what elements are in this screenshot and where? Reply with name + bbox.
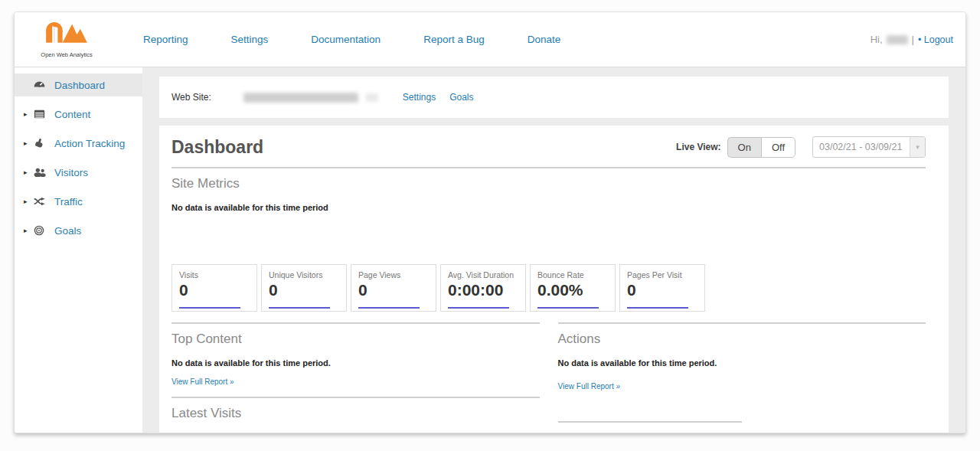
actions-empty-message: No data is available for this time perio… <box>558 358 926 368</box>
dashboard-card: Dashboard Live View: On Off 03/02/21 - 0… <box>159 126 949 433</box>
sidebar-item-traffic[interactable]: ▸ Traffic <box>15 190 142 213</box>
sidebar-item-label: Goals <box>54 225 81 237</box>
dashboard-controls: Live View: On Off 03/02/21 - 03/09/21 ▼ <box>676 136 926 158</box>
live-view-off-button[interactable]: Off <box>761 137 795 158</box>
metric-pages-per-visit: Pages Per Visit 0 <box>619 264 705 312</box>
top-bar: Open Web Analytics Reporting Settings Do… <box>15 12 965 67</box>
user-area: Hi, | • Logout <box>871 34 953 45</box>
site-goals-link[interactable]: Goals <box>449 92 473 103</box>
owa-logo[interactable]: Open Web Analytics <box>24 21 109 58</box>
logout-link[interactable]: • Logout <box>918 34 953 45</box>
site-settings-link[interactable]: Settings <box>403 92 436 103</box>
sidebar-item-label: Traffic <box>54 196 83 208</box>
content-table-icon <box>34 109 48 119</box>
expand-caret-icon[interactable]: ▸ <box>24 198 34 205</box>
sparkline <box>537 307 599 309</box>
top-content-empty-message: No data is available for this time perio… <box>172 358 540 368</box>
logo-caption: Open Web Analytics <box>24 51 109 58</box>
web-site-label: Web Site: <box>172 92 211 103</box>
expand-caret-icon[interactable]: ▸ <box>24 110 34 118</box>
username-redacted <box>887 35 908 44</box>
left-report-column: Top Content No data is available for thi… <box>172 322 540 433</box>
site-bar: Web Site: Settings Goals <box>159 77 949 118</box>
users-icon <box>34 168 48 177</box>
sidebar-item-action-tracking[interactable]: ▸ Action Tracking <box>15 132 142 155</box>
owa-logo-icon <box>39 21 94 47</box>
sparkline <box>627 307 688 309</box>
content-area: Web Site: Settings Goals Dashboard Live … <box>142 67 965 433</box>
metric-unique-visitors: Unique Visitors 0 <box>261 264 347 312</box>
top-content-view-full-report-link[interactable]: View Full Report » <box>172 377 234 386</box>
site-selector-redacted[interactable] <box>243 93 358 103</box>
sidebar-item-label: Dashboard <box>54 80 105 91</box>
sidebar-item-content[interactable]: ▸ Content <box>15 103 142 126</box>
nav-donate[interactable]: Donate <box>528 34 561 45</box>
live-view-label: Live View: <box>676 142 720 152</box>
divider <box>558 322 926 324</box>
metric-visits: Visits 0 <box>172 264 257 312</box>
sparkline <box>448 307 509 309</box>
sidebar: Dashboard ▸ Content ▸ <box>15 67 142 433</box>
actions-view-full-report-link[interactable]: View Full Report » <box>558 382 621 391</box>
nav-settings[interactable]: Settings <box>231 34 269 45</box>
nav-report-a-bug[interactable]: Report a Bug <box>423 34 485 45</box>
metric-bounce-rate: Bounce Rate 0.00% <box>530 264 616 312</box>
sidebar-item-goals[interactable]: ▸ Goals <box>15 219 142 242</box>
sidebar-item-visitors[interactable]: ▸ Visitors <box>15 161 142 184</box>
expand-caret-icon[interactable]: ▸ <box>24 139 34 147</box>
hand-pointer-icon <box>34 138 48 149</box>
metrics-row: Visits 0 Unique Visitors 0 Page Views 0 <box>172 264 926 312</box>
greeting-divider: | <box>912 34 914 45</box>
nav-reporting[interactable]: Reporting <box>143 34 188 45</box>
sidebar-item-label: Action Tracking <box>54 138 125 149</box>
page-title: Dashboard <box>172 137 263 158</box>
site-selector-caret-redacted <box>366 93 378 102</box>
divider <box>172 322 540 324</box>
latest-visits-title: Latest Visits <box>172 406 540 421</box>
app-window: Open Web Analytics Reporting Settings Do… <box>14 11 966 433</box>
divider <box>558 421 742 423</box>
site-metrics-empty-message: No data is available for this time perio… <box>172 203 926 212</box>
actions-title: Actions <box>558 332 926 347</box>
expand-caret-icon[interactable]: ▸ <box>24 227 34 234</box>
greeting-text: Hi, <box>871 34 883 45</box>
expand-caret-icon[interactable]: ▸ <box>24 168 34 176</box>
date-range-select[interactable]: 03/02/21 - 03/09/21 ▼ <box>812 136 926 158</box>
right-report-column: Actions No data is available for this ti… <box>558 322 926 433</box>
nav-documentation[interactable]: Documentation <box>311 34 381 45</box>
top-nav: Reporting Settings Documentation Report … <box>143 34 560 45</box>
chevron-down-icon: ▼ <box>910 137 925 157</box>
metric-avg-visit-duration: Avg. Visit Duration 0:00:00 <box>440 264 526 312</box>
divider <box>172 167 926 168</box>
sparkline <box>269 307 330 309</box>
sidebar-item-label: Visitors <box>54 167 88 178</box>
sparkline <box>179 307 240 309</box>
divider <box>172 397 540 398</box>
site-metrics-title: Site Metrics <box>172 176 926 191</box>
visitor-types-title: Visitor Types <box>558 430 926 433</box>
date-range-value: 03/02/21 - 03/09/21 <box>819 142 902 152</box>
shuffle-icon <box>34 197 48 206</box>
sparkline <box>358 307 420 309</box>
top-content-title: Top Content <box>172 332 540 347</box>
bullseye-icon <box>34 225 48 236</box>
metric-page-views: Page Views 0 <box>351 264 436 312</box>
sidebar-item-label: Content <box>54 109 90 120</box>
live-view-on-button[interactable]: On <box>727 137 761 158</box>
gauge-icon <box>34 80 48 90</box>
sidebar-item-dashboard[interactable]: Dashboard <box>15 74 142 96</box>
empty-chart-area <box>172 218 926 264</box>
